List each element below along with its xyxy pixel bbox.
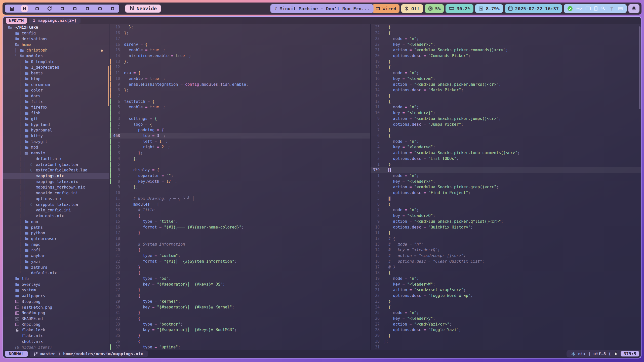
code-line[interactable]: 19 mode = "n"; [371, 276, 641, 282]
disk-pill[interactable]: 8.79% [475, 4, 503, 13]
tree-item-home[interactable]: home [3, 42, 109, 48]
workspace-icon[interactable] [97, 5, 103, 12]
code-line[interactable]: 18 { [371, 64, 641, 70]
code-line[interactable]: 28 { [109, 293, 370, 299]
code-line[interactable]: 7 separator = ""; [109, 173, 370, 179]
tree-item-fcitx[interactable]: │ fcitx [3, 99, 109, 105]
code-line[interactable]: 17 } [109, 230, 370, 236]
code-line[interactable]: 26 key = "<leader>y"; [371, 316, 641, 322]
tree-item-snippets_latex.lua[interactable]: │ │ ☾snippets_latex.lua [3, 202, 109, 207]
code-line[interactable]: 4 }; [109, 156, 370, 162]
tree-item-lazygit[interactable]: │ lazygit [3, 139, 109, 145]
code-line[interactable]: 20 { [109, 247, 370, 253]
code-line[interactable]: 29 type = "kernel"; [109, 299, 370, 304]
code-line[interactable]: 11 mode = "n"; [371, 104, 641, 110]
tree-item-shell.nix[interactable]: shell.nix [3, 339, 109, 345]
tree-item-chromium[interactable]: │ chromium [3, 82, 109, 87]
tree-item-default.nix[interactable]: │ │ default.nix [3, 156, 109, 162]
code-line[interactable]: 30]; [371, 339, 641, 344]
code-line[interactable]: 17 [109, 36, 370, 41]
code-line[interactable]: 9 action = "<cmd>lua Snacks.picker.jumps… [371, 116, 641, 122]
code-line[interactable]: 13 # mode = "n"; [371, 241, 641, 247]
code-line[interactable]: 27 } [109, 287, 370, 293]
tree-item-extraconfigluapost.lua[interactable]: │ │ ☾extraConfigLuaPost.lua [3, 167, 109, 173]
code-line[interactable]: 23 mode = "n"; [371, 36, 641, 41]
workspace-icon[interactable] [84, 5, 91, 12]
tree-item-beets[interactable]: │ beets [3, 70, 109, 76]
git-branch[interactable]: master [41, 351, 56, 356]
code-line[interactable]: 3 action = "<cmd>lua Snacks.picker.grep(… [371, 184, 641, 190]
workspace-icon[interactable] [71, 5, 78, 12]
tree-item-rmpc[interactable]: │ rmpc [3, 242, 109, 247]
tree-item-system[interactable]: system [3, 287, 109, 293]
code-line[interactable]: 15 type = "title"; [109, 218, 370, 224]
code-line[interactable]: 7 mode = "n"; [371, 207, 641, 213]
tree-item-btop[interactable]: │ btop [3, 76, 109, 82]
tree-item-hyprpanel[interactable]: │ hyprpanel [3, 127, 109, 133]
code-line[interactable]: 2 key = "<leader>/"; [371, 178, 641, 184]
tree-item-rofi[interactable]: │ rofi [3, 247, 109, 253]
keyboard-tray-icon[interactable] [618, 6, 623, 11]
code-line[interactable]: 12 modules = [ [109, 201, 370, 207]
code-line[interactable]: 14 options.desc = "Marks Picker"; [371, 87, 641, 93]
tree-item-options.nix[interactable]: │ │ options.nix [3, 196, 109, 202]
code-line[interactable]: 11eza = { [109, 70, 370, 76]
code-line[interactable]: 10 [109, 190, 370, 196]
code-line[interactable]: 12 # { [371, 236, 641, 242]
tree-item-neovim.png[interactable]: NeoVim.png [3, 310, 109, 316]
code-line[interactable]: 15 action = "<cmd>lua Snacks.picker.mark… [371, 81, 641, 87]
tree-item-0_template[interactable]: │ 0_template [3, 59, 109, 65]
code-line[interactable]: 11 # Box Drawing: ╭ ─ ╮ ╰ ╯ │ [109, 196, 370, 202]
tree-item-flake.lock[interactable]: flake.lock [3, 327, 109, 333]
code-line[interactable]: 6 { [371, 201, 641, 207]
tree-item-waybar[interactable]: │ waybar [3, 253, 109, 259]
media-player-pill[interactable]: ♪ Minuit Machine - Don't Run Fro... [270, 4, 374, 13]
code-line[interactable]: 37 type = "uptime"; [109, 344, 370, 350]
tree-item-mpd[interactable]: │ mpd [3, 145, 109, 150]
tree-item-modules[interactable]: └ modules [3, 53, 109, 59]
tree-item-rmpc.png[interactable]: Rmpc.png [3, 322, 109, 327]
tree-item-wallpapers[interactable]: wallpapers [3, 293, 109, 299]
code-line[interactable]: 30 key = "{#separator}│ {#keys}≣ Kernel"… [109, 304, 370, 310]
workspace-icon[interactable] [109, 5, 116, 12]
tree-item-8hiddenitems[interactable]: (8 hidden items) [3, 344, 109, 350]
code-line[interactable]: 468 top = 3; [109, 133, 370, 139]
code-line[interactable]: 28 options.desc = "Toggle Yazi"; [371, 327, 641, 333]
cat-workspace-icon[interactable] [9, 5, 15, 12]
tree-item-christoph[interactable]: │ christoph● [3, 48, 109, 53]
tree-item-overlays[interactable]: overlays [3, 282, 109, 287]
tree-item-lib[interactable]: lib [3, 276, 109, 282]
code-line[interactable]: 6fastfetch = { [109, 99, 370, 104]
code-line[interactable]: 18}; [109, 30, 370, 36]
code-line[interactable]: 17 # } [371, 264, 641, 270]
code-line[interactable]: 24 { [109, 270, 370, 276]
tree-item-neovim[interactable]: │ neovim [3, 150, 109, 156]
code-line[interactable]: 4 [109, 110, 370, 116]
tree-item-nixflake[interactable]: ~/NixFlake [3, 25, 109, 30]
tree-item-fastfetch.png[interactable]: FastFetch.png [3, 304, 109, 310]
code-line[interactable]: 10 enable = true; [109, 76, 370, 81]
code-line[interactable]: 24 { [371, 30, 641, 36]
tree-item-mappings.nix[interactable]: │ │ mappings.nix [3, 173, 109, 179]
code-line[interactable]: 27 action = "<cmd>Yazi<cr>"; [371, 321, 641, 327]
tree-item-derivations[interactable]: derivations [3, 36, 109, 42]
neovim-workspace-icon[interactable] [21, 5, 28, 12]
code-line[interactable]: 20 key = "<leader>W"; [371, 281, 641, 287]
code-line[interactable]: 8 key.width = 17; [109, 178, 370, 184]
code-line[interactable]: 34 key = "{#separator}│ {#keys}≣ BootMGR… [109, 327, 370, 333]
tree-item-firefox[interactable]: │ firefox [3, 105, 109, 110]
bluetooth-pill[interactable]: Off [401, 4, 423, 13]
code-line[interactable]: 18 { [371, 270, 641, 276]
code-line[interactable]: 2 right = 2; [109, 144, 370, 150]
code-line[interactable]: 10 key = "<leader>j"; [371, 110, 641, 116]
code-line[interactable]: 19 } [371, 59, 641, 64]
check-tray-icon[interactable] [567, 6, 573, 11]
tab-mappings-nix[interactable]: 1 mappings.nix[2+] [29, 18, 80, 24]
code-line[interactable]: 24 { [371, 304, 641, 310]
code-line[interactable]: 14 nix-direnv.enable = true; [109, 53, 370, 59]
code-line[interactable]: 5 } [371, 196, 641, 202]
code-line[interactable]: 35 } [109, 333, 370, 339]
tree-item-kitty[interactable]: │ kitty [3, 133, 109, 139]
code-line[interactable]: 21 action = "<cmd>lua Snacks.picker.comm… [371, 47, 641, 53]
code-line[interactable]: 12 { [371, 99, 641, 104]
